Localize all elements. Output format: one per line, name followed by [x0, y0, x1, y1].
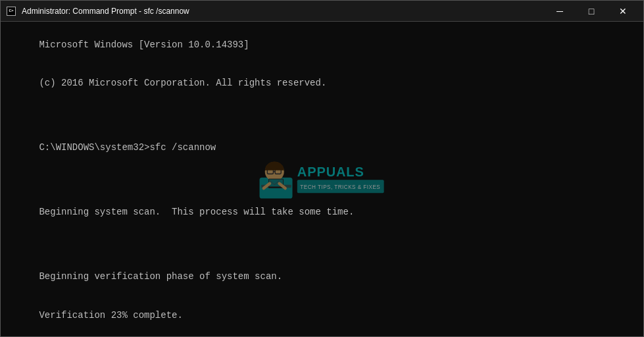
title-bar: Administrator: Command Prompt - sfc /sca…: [1, 1, 643, 22]
close-button[interactable]: ✕: [608, 2, 638, 20]
terminal-line-9: Verification 23% complete.: [39, 310, 182, 321]
terminal-line-1: Microsoft Windows [Version 10.0.14393]: [39, 39, 249, 50]
title-bar-left: Administrator: Command Prompt - sfc /sca…: [6, 6, 189, 16]
minimize-button[interactable]: ─: [545, 2, 575, 20]
terminal-line-4: C:\WINDOWS\system32>sfc /scannow: [39, 142, 216, 153]
cmd-window: Administrator: Command Prompt - sfc /sca…: [0, 0, 644, 337]
terminal-line-6: Beginning system scan. This process will…: [39, 207, 354, 217]
cmd-icon: [6, 6, 16, 16]
terminal-body[interactable]: Microsoft Windows [Version 10.0.14393] (…: [1, 22, 643, 336]
terminal-line-8: Beginning verification phase of system s…: [39, 271, 282, 282]
terminal-line-2: (c) 2016 Microsoft Corporation. All righ…: [39, 78, 326, 88]
title-bar-controls: ─ □ ✕: [545, 2, 638, 20]
terminal-output: Microsoft Windows [Version 10.0.14393] (…: [6, 26, 638, 335]
maximize-button[interactable]: □: [576, 2, 607, 20]
window-title: Administrator: Command Prompt - sfc /sca…: [22, 7, 189, 16]
